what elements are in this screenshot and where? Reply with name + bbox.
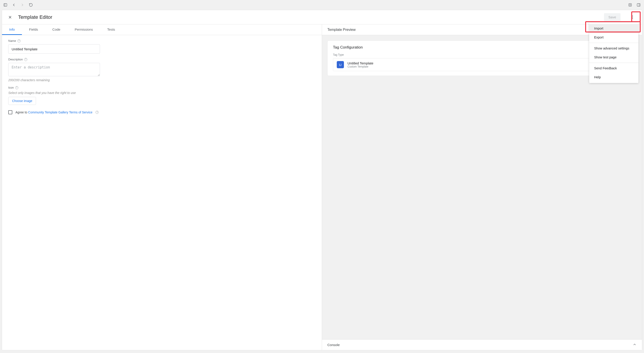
tabs: Info Fields Code Permissions Tests [2, 24, 322, 35]
app-window: Template Editor Save Import Export Show … [2, 10, 642, 350]
char-counter: 200/200 characters remaining [8, 78, 316, 82]
back-icon[interactable] [12, 3, 16, 7]
svg-point-7 [632, 18, 633, 19]
editor-header: Template Editor Save [2, 10, 642, 24]
more-menu-button[interactable] [628, 13, 636, 21]
template-sub: Custom Template [348, 65, 374, 68]
icon-label-row: Icon ? [8, 86, 316, 89]
tab-fields[interactable]: Fields [22, 24, 45, 35]
tab-tests[interactable]: Tests [100, 24, 122, 35]
svg-rect-3 [637, 4, 640, 6]
description-label: Description [8, 58, 23, 61]
reload-icon[interactable] [28, 3, 33, 7]
forward-icon [20, 3, 24, 7]
menu-item-import[interactable]: Import [589, 24, 638, 33]
agree-text: Agree to Community Template Gallery Term… [16, 111, 92, 114]
chevron-up-icon[interactable] [632, 342, 636, 347]
console-bar[interactable]: Console [322, 339, 642, 350]
console-title: Console [327, 343, 340, 347]
page-title: Template Editor [18, 14, 52, 20]
svg-point-5 [632, 16, 633, 16]
left-panel: Info Fields Code Permissions Tests Name … [2, 24, 322, 350]
agree-prefix: Agree to [16, 111, 28, 114]
menu-item-feedback[interactable]: Send Feedback [589, 64, 638, 73]
icon-hint: Select only images that you have the rig… [8, 91, 316, 95]
name-input[interactable] [8, 44, 100, 54]
editor-body: Info Fields Code Permissions Tests Name … [2, 24, 642, 350]
tab-code[interactable]: Code [45, 24, 68, 35]
help-icon[interactable]: ? [15, 86, 18, 89]
menu-item-export[interactable]: Export [589, 33, 638, 42]
tag-row[interactable]: U Untitled Template Custom Template [333, 58, 631, 71]
template-badge: U [337, 61, 344, 68]
save-button[interactable]: Save [604, 13, 620, 21]
more-menu-dropdown: Import Export Show advanced settings Sho… [589, 23, 638, 83]
tag-type-label: Tag Type [333, 53, 631, 56]
choose-image-button[interactable]: Choose image [8, 97, 36, 105]
icon-label: Icon [8, 86, 14, 89]
description-input[interactable] [8, 63, 100, 76]
help-icon[interactable]: ? [24, 58, 27, 61]
card-title: Tag Configuration [333, 45, 631, 50]
svg-rect-0 [4, 4, 7, 6]
help-icon[interactable]: ? [18, 39, 20, 43]
help-icon[interactable]: ? [96, 111, 98, 114]
template-name: Untitled Template [348, 61, 374, 65]
name-label-row: Name ? [8, 39, 316, 43]
terms-link[interactable]: Community Template Gallery Terms of Serv… [28, 111, 92, 114]
description-label-row: Description ? [8, 58, 316, 61]
menu-item-test-page[interactable]: Show test page [589, 53, 638, 62]
browser-toolbar [0, 0, 644, 10]
menu-item-help[interactable]: Help [589, 73, 638, 82]
menu-divider [589, 63, 638, 63]
tab-permissions[interactable]: Permissions [68, 24, 100, 35]
panel-left-icon[interactable] [3, 3, 8, 7]
svg-rect-2 [629, 4, 632, 6]
panel-right-icon[interactable] [636, 3, 641, 7]
close-icon[interactable] [8, 15, 13, 20]
menu-item-advanced[interactable]: Show advanced settings [589, 44, 638, 53]
tab-info[interactable]: Info [2, 24, 22, 35]
extension-icon[interactable] [628, 3, 632, 7]
name-label: Name [8, 39, 16, 43]
svg-point-6 [632, 17, 633, 18]
menu-divider [589, 43, 638, 43]
agree-checkbox[interactable] [8, 110, 12, 114]
agree-row: Agree to Community Template Gallery Term… [8, 110, 316, 114]
tab-content-info: Name ? Description ? 200/200 characters … [2, 35, 322, 118]
